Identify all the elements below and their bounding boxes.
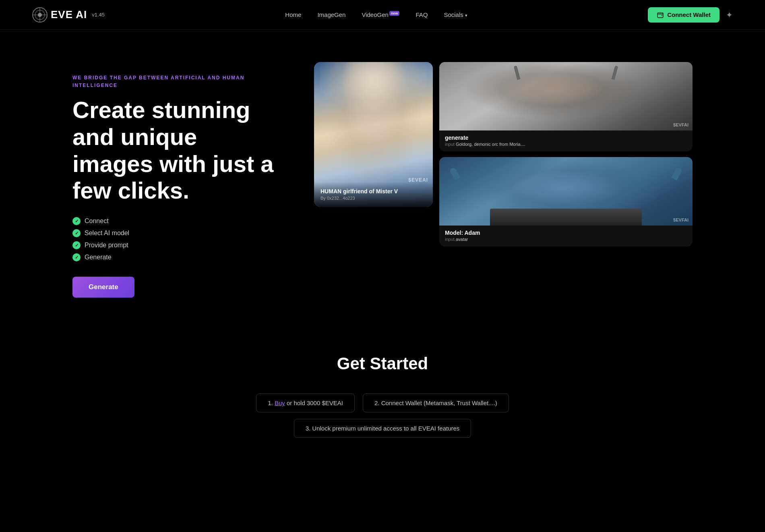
hero-title: Create stunning and unique images with j… [72, 97, 282, 204]
get-started-steps: 1. Buy or hold 3000 $EVEAI 2. Connect Wa… [72, 393, 693, 438]
connect-wallet-button[interactable]: Connect Wallet [648, 7, 720, 23]
step-generate: ✓ Generate [72, 253, 282, 261]
buy-link[interactable]: Buy [275, 400, 285, 406]
side-card-alien: $EVFAI Model: Adam input avatar [439, 157, 693, 246]
step-3-pill: 3. Unlock premium unlimited access to al… [294, 419, 471, 438]
check-icon-4: ✓ [72, 253, 81, 261]
nav-right: Connect Wallet ✦ [648, 7, 733, 23]
chevron-down-icon: ▾ [465, 13, 467, 18]
nav-item-videogen[interactable]: VideoGennew [362, 11, 399, 19]
wallet-icon [657, 11, 664, 19]
side-card-sub-1: input Goldorg, demonic orc from Moria...… [445, 142, 687, 147]
logo-icon [32, 7, 48, 23]
logo[interactable]: EVE AI v1.45 [32, 7, 105, 23]
main-image-label: HUMAN girlfriend of Mister V By 0x232...… [314, 182, 433, 207]
get-started-section: Get Started 1. Buy or hold 3000 $EVEAI 2… [0, 322, 765, 462]
nav-item-socials[interactable]: Socials ▾ [444, 11, 467, 19]
main-image-title: HUMAN girlfriend of Mister V [320, 188, 426, 195]
nav-links: Home ImageGen VideoGennew FAQ Socials ▾ [285, 11, 467, 19]
side-card-sub-2: input avatar [445, 237, 687, 242]
settings-button[interactable]: ✦ [726, 10, 733, 20]
hero-steps: ✓ Connect ✓ Select AI model ✓ Provide pr… [72, 217, 282, 261]
step-2-pill: 2. Connect Wallet (Metamask, Trust Walle… [363, 393, 509, 412]
side-images: $EVFAI generate input Goldorg, demonic o… [439, 62, 693, 246]
new-badge: new [389, 11, 400, 16]
step-select-model: ✓ Select AI model [72, 229, 282, 237]
side-card-info-1: generate input Goldorg, demonic orc from… [439, 130, 693, 151]
step-row-2: 3. Unlock premium unlimited access to al… [294, 419, 471, 438]
side-card-label-2: Model: Adam [445, 230, 687, 236]
generate-button[interactable]: Generate [72, 277, 134, 298]
step-provide-prompt: ✓ Provide prompt [72, 241, 282, 249]
svg-point-5 [662, 15, 662, 16]
hero-section: WE BRIDGE THE GAP BETWEEN ARTIFICIAL AND… [0, 30, 765, 322]
logo-version: v1.45 [92, 12, 105, 18]
side-card-orc: $EVFAI generate input Goldorg, demonic o… [439, 62, 693, 151]
hero-right: $EVEAI HUMAN girlfriend of Mister V By 0… [314, 62, 693, 246]
side-watermark-2: $EVFAI [673, 217, 688, 222]
hero-tagline: WE BRIDGE THE GAP BETWEEN ARTIFICIAL AND… [72, 74, 282, 89]
side-watermark-1: $EVFAI [673, 122, 688, 127]
main-image-card: $EVEAI HUMAN girlfriend of Mister V By 0… [314, 62, 433, 207]
settings-icon: ✦ [726, 10, 733, 19]
nav-item-faq[interactable]: FAQ [416, 11, 428, 19]
side-card-info-2: Model: Adam input avatar [439, 226, 693, 246]
check-icon-3: ✓ [72, 241, 81, 249]
side-card-label-1: generate [445, 135, 687, 141]
nav-item-imagegen[interactable]: ImageGen [317, 11, 345, 19]
main-image-by: By 0x232...4o223 [320, 196, 426, 201]
check-icon-1: ✓ [72, 217, 81, 225]
hero-left: WE BRIDGE THE GAP BETWEEN ARTIFICIAL AND… [72, 62, 282, 298]
check-icon-2: ✓ [72, 229, 81, 237]
get-started-title: Get Started [72, 354, 693, 373]
navbar: EVE AI v1.45 Home ImageGen VideoGennew F… [0, 0, 765, 30]
nav-item-home[interactable]: Home [285, 11, 301, 19]
step-1-pill: 1. Buy or hold 3000 $EVEAI [256, 393, 355, 412]
step-row-1: 1. Buy or hold 3000 $EVEAI 2. Connect Wa… [256, 393, 509, 412]
step-connect: ✓ Connect [72, 217, 282, 225]
logo-text: EVE AI [51, 8, 87, 21]
